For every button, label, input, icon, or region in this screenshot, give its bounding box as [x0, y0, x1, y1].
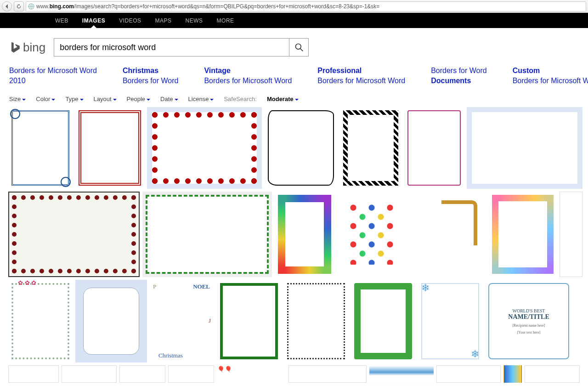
result-row: 🎈🎈 — [8, 365, 580, 383]
filter-color[interactable]: Color — [36, 96, 55, 102]
search-box — [54, 38, 309, 57]
image-result[interactable] — [503, 365, 522, 383]
image-result[interactable] — [8, 280, 73, 363]
image-result[interactable] — [436, 365, 501, 383]
image-result[interactable] — [75, 107, 144, 189]
chevron-down-icon — [51, 99, 55, 101]
image-result[interactable] — [489, 192, 557, 277]
related-searches: Borders for Microsoft Word2010 Christmas… — [0, 61, 588, 93]
svg-line-2 — [300, 49, 303, 51]
image-result[interactable] — [340, 107, 401, 189]
image-result[interactable] — [119, 365, 165, 383]
filter-bar: Size Color Type Layout People Date Licen… — [0, 93, 588, 107]
image-result[interactable] — [409, 192, 486, 277]
result-row: NOEL Christmas P J WORLD'S BEST NAME/TIT… — [8, 280, 580, 363]
nav-more[interactable]: MORE — [217, 17, 234, 24]
filter-safesearch[interactable]: Moderate — [267, 96, 299, 102]
nav-maps[interactable]: MAPS — [155, 17, 172, 24]
text: J — [209, 317, 211, 324]
text: NOEL — [193, 283, 210, 290]
search-button[interactable] — [289, 39, 308, 56]
chevron-down-icon — [113, 99, 117, 101]
related-link[interactable]: ProfessionalBorders for Microsoft Word — [317, 66, 405, 85]
nav-web[interactable]: WEB — [55, 17, 68, 24]
image-result[interactable] — [467, 107, 582, 189]
image-result[interactable]: 🎈🎈 — [217, 365, 286, 383]
image-result[interactable] — [275, 192, 334, 277]
search-icon — [294, 43, 304, 52]
image-result[interactable] — [265, 107, 337, 189]
result-row — [8, 192, 580, 277]
image-result[interactable] — [284, 280, 348, 363]
nav-news[interactable]: NEWS — [186, 17, 203, 24]
image-result[interactable]: NOEL Christmas P J — [150, 280, 214, 363]
back-icon — [5, 4, 9, 9]
nav-images[interactable]: IMAGES — [82, 17, 105, 24]
url-field[interactable]: www.bing.com/images/search?q=borders+for… — [26, 1, 586, 11]
reload-button[interactable] — [14, 1, 24, 11]
related-link[interactable]: VintageBorders for Microsoft Word — [204, 66, 292, 85]
image-results-grid: NOEL Christmas P J WORLD'S BEST NAME/TIT… — [0, 107, 588, 383]
image-result[interactable] — [288, 365, 367, 383]
globe-icon — [28, 3, 34, 10]
related-link[interactable]: Borders for Microsoft Word2010 — [9, 66, 97, 85]
back-button[interactable] — [2, 1, 12, 11]
image-result[interactable] — [217, 280, 281, 363]
safesearch-label: SafeSearch: — [224, 96, 257, 102]
image-result[interactable] — [337, 192, 406, 277]
text: Christmas — [158, 352, 183, 359]
url-text: www.bing.com/images/search?q=borders+for… — [36, 3, 379, 10]
image-result[interactable]: WORLD'S BEST NAME/TITLE [Recipient name … — [485, 280, 572, 363]
image-result[interactable] — [404, 107, 464, 189]
image-result[interactable] — [369, 365, 434, 383]
image-result[interactable] — [8, 107, 73, 189]
filter-date[interactable]: Date — [160, 96, 178, 102]
search-row: bing — [0, 28, 588, 61]
image-result[interactable] — [8, 365, 59, 383]
result-row — [8, 107, 580, 189]
nav-videos[interactable]: VIDEOS — [119, 17, 141, 24]
svg-point-1 — [295, 44, 301, 50]
image-result[interactable] — [8, 192, 140, 277]
filter-people[interactable]: People — [127, 96, 150, 102]
image-result[interactable] — [560, 192, 582, 277]
search-input[interactable] — [54, 39, 289, 56]
chevron-down-icon — [210, 99, 214, 101]
filter-type[interactable]: Type — [65, 96, 83, 102]
text: P — [153, 283, 156, 290]
image-result[interactable] — [142, 192, 272, 277]
image-result[interactable] — [351, 280, 415, 363]
chevron-down-icon — [147, 99, 150, 101]
image-result[interactable] — [168, 365, 214, 383]
image-result[interactable] — [75, 280, 147, 363]
bing-logo-icon — [9, 41, 21, 53]
reload-icon — [17, 4, 21, 9]
related-link[interactable]: Borders for WordDocuments — [431, 66, 487, 85]
image-result[interactable] — [525, 365, 580, 383]
image-result[interactable] — [62, 365, 117, 383]
related-link[interactable]: ChristmasBorders for Word — [123, 66, 179, 85]
top-nav: WEB IMAGES VIDEOS MAPS NEWS MORE — [0, 13, 588, 28]
chevron-down-icon — [295, 99, 299, 101]
image-result[interactable] — [147, 107, 262, 189]
filter-size[interactable]: Size — [9, 96, 26, 102]
bing-logo[interactable]: bing — [9, 40, 45, 55]
chevron-down-icon — [80, 99, 84, 101]
browser-address-bar: www.bing.com/images/search?q=borders+for… — [0, 0, 588, 13]
filter-layout[interactable]: Layout — [94, 96, 117, 102]
filter-license[interactable]: License — [188, 96, 214, 102]
related-link[interactable]: CustomBorders for Microsoft Word — [513, 66, 588, 85]
chevron-down-icon — [175, 99, 178, 101]
image-result[interactable] — [418, 280, 482, 363]
certificate-text: WORLD'S BEST NAME/TITLE [Recipient name … — [486, 280, 572, 362]
chevron-down-icon — [22, 99, 26, 101]
bing-logo-text: bing — [23, 40, 45, 55]
